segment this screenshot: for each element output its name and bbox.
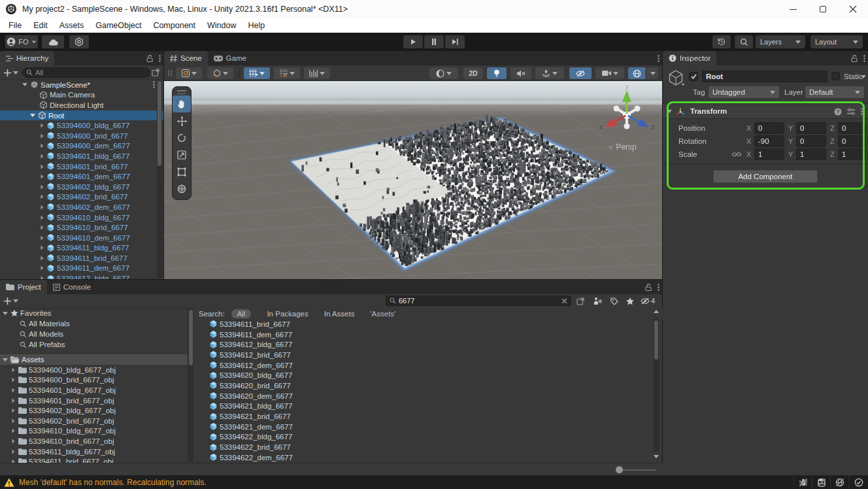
hierarchy-item-prefab[interactable]: 53394611_bldg_6677 — [0, 243, 163, 254]
favorites-row[interactable]: Favorites — [0, 308, 188, 318]
rotate-tool[interactable] — [173, 129, 191, 146]
hierarchy-item-prefab[interactable]: 53394602_brid_6677 — [0, 192, 163, 203]
effects-dropdown[interactable] — [535, 67, 564, 79]
cloud-button[interactable] — [42, 35, 64, 48]
step-button[interactable] — [445, 35, 465, 48]
kebab-menu-icon[interactable] — [863, 55, 865, 62]
folder-item[interactable]: 53394601_bldg_6677_obj — [0, 385, 188, 396]
status-warning-text[interactable]: Mesh 'default' has no normals. Recalcula… — [19, 478, 207, 487]
create-add-button[interactable] — [4, 65, 18, 80]
hierarchy-item-prefab[interactable]: 53394610_bldg_6677 — [0, 212, 163, 223]
menu-item[interactable]: Assets — [54, 18, 90, 33]
menu-item[interactable]: File — [3, 18, 27, 33]
kebab-menu-icon[interactable] — [159, 55, 161, 62]
position-y-field[interactable]: 0 — [796, 122, 826, 134]
collab-status-button[interactable] — [830, 475, 848, 489]
folder-item[interactable]: 53394610_bldg_6677_obj — [0, 426, 188, 437]
minimize-button[interactable] — [778, 0, 808, 18]
hierarchy-item-prefab[interactable]: 53394610_brid_6677 — [0, 222, 163, 233]
active-checkbox[interactable] — [689, 72, 698, 81]
folder-item[interactable]: 53394602_bldg_6677_obj — [0, 405, 188, 416]
projection-label[interactable]: < Persp — [609, 143, 637, 152]
hidden-count-toggle[interactable]: 4 — [641, 297, 655, 305]
cache-server-status-button[interactable] — [812, 475, 830, 489]
result-item[interactable]: 53394620_dem_6677 — [193, 391, 652, 401]
package-icon[interactable] — [593, 297, 602, 305]
link-broken-icon[interactable] — [732, 151, 741, 158]
hierarchy-scrollbar[interactable] — [157, 80, 162, 278]
scale-y-field[interactable]: 1 — [796, 148, 826, 160]
folder-item[interactable]: 53394600_brid_6677_obj — [0, 375, 188, 386]
favorite-item[interactable]: All Models — [0, 329, 188, 339]
scroll-down-icon[interactable] — [654, 455, 659, 458]
result-item[interactable]: 53394622_bldg_6677 — [193, 432, 652, 443]
result-item[interactable]: 53394612_bldg_6677 — [193, 339, 652, 350]
menu-item[interactable]: Window — [201, 18, 242, 33]
menu-item[interactable]: Component — [147, 18, 201, 33]
gizmos-dropdown[interactable] — [628, 67, 658, 79]
zoom-slider-handle[interactable] — [616, 466, 623, 473]
results-scrollbar[interactable] — [652, 309, 660, 463]
hierarchy-item-prefab[interactable]: 53394610_dem_6677 — [0, 233, 163, 243]
favorite-item[interactable]: All Prefabs — [0, 339, 188, 350]
create-add-button[interactable] — [4, 294, 18, 308]
folder-item[interactable]: 53394611_brid_6677_obj — [0, 456, 188, 463]
shading-mode-dropdown[interactable] — [429, 67, 458, 79]
transform-header[interactable]: Transform ? — [663, 103, 868, 119]
result-item[interactable]: 53394612_brid_6677 — [193, 350, 652, 360]
transform-tool[interactable] — [173, 180, 191, 197]
rotation-y-field[interactable]: 0 — [796, 135, 826, 147]
hierarchy-item-prefab[interactable]: 53394611_brid_6677 — [0, 253, 163, 263]
lock-icon[interactable] — [641, 93, 648, 100]
camera-settings-dropdown[interactable] — [595, 67, 624, 79]
favorite-item[interactable]: All Materials — [0, 318, 188, 329]
kebab-menu-icon[interactable] — [658, 55, 659, 62]
folder-item[interactable]: 53394600_bldg_6677_obj — [0, 365, 188, 375]
hierarchy-search-input[interactable]: All — [22, 67, 150, 78]
layout-dropdown[interactable]: Layout — [810, 35, 863, 48]
project-tree-scrollbar[interactable] — [188, 309, 193, 462]
result-item[interactable]: 53394622_dem_6677 — [193, 452, 652, 463]
folder-item[interactable]: 53394611_bldg_6677_obj — [0, 447, 188, 457]
tab-scene[interactable]: Scene — [164, 51, 208, 65]
result-item[interactable]: 53394620_bldg_6677 — [193, 370, 652, 380]
hierarchy-item-prefab[interactable]: 53394602_dem_6677 — [0, 202, 163, 212]
2d-toggle[interactable]: 2D — [463, 67, 483, 79]
grid-visibility-toggle[interactable] — [244, 67, 270, 79]
result-item[interactable]: 53394622_brid_6677 — [193, 442, 652, 452]
gameobject-cube-icon[interactable] — [668, 69, 685, 88]
presets-icon[interactable] — [847, 109, 855, 115]
pause-button[interactable] — [424, 35, 444, 48]
lock-icon[interactable] — [851, 55, 858, 62]
draw-mode-dropdown[interactable] — [176, 67, 202, 79]
toolbar-handle-icon[interactable] — [168, 70, 172, 76]
rotation-z-field[interactable]: 0 — [838, 135, 865, 147]
scene-viewport[interactable] — [164, 81, 662, 279]
layers-dropdown[interactable]: Layers — [756, 35, 805, 48]
hierarchy-item-prefab[interactable]: 53394601_bldg_6677 — [0, 151, 163, 161]
folder-item[interactable]: 53394610_brid_6677_obj — [0, 436, 188, 447]
gizmos-toggle[interactable] — [628, 67, 645, 79]
kebab-menu-icon[interactable] — [658, 284, 659, 291]
scene-row[interactable]: SampleScene* — [0, 80, 163, 90]
undo-history-button[interactable] — [712, 35, 731, 48]
clear-search-icon[interactable] — [561, 298, 567, 304]
layer-dropdown[interactable]: Default — [805, 86, 864, 98]
filter-in-assets[interactable]: In Assets — [324, 310, 355, 318]
result-item[interactable]: 53394621_dem_6677 — [193, 422, 652, 432]
kebab-menu-icon[interactable] — [153, 81, 155, 88]
static-checkbox[interactable] — [831, 72, 840, 80]
play-button[interactable] — [403, 35, 423, 48]
tab-hierarchy[interactable]: Hierarchy — [0, 51, 54, 65]
hierarchy-item-prefab[interactable]: 53394600_bldg_6677 — [0, 120, 163, 131]
hierarchy-item-root[interactable]: Root — [0, 110, 163, 121]
snap-settings-dropdown[interactable] — [274, 67, 300, 79]
filter-assets-folder[interactable]: 'Assets' — [370, 310, 395, 318]
label-icon[interactable] — [610, 297, 618, 305]
tag-dropdown[interactable]: Untagged — [709, 86, 779, 98]
scroll-up-icon[interactable] — [654, 310, 659, 313]
scale-tool[interactable] — [173, 146, 191, 163]
menu-item[interactable]: Edit — [27, 18, 54, 33]
position-z-field[interactable]: 0 — [838, 122, 865, 134]
lock-icon[interactable] — [645, 284, 652, 291]
